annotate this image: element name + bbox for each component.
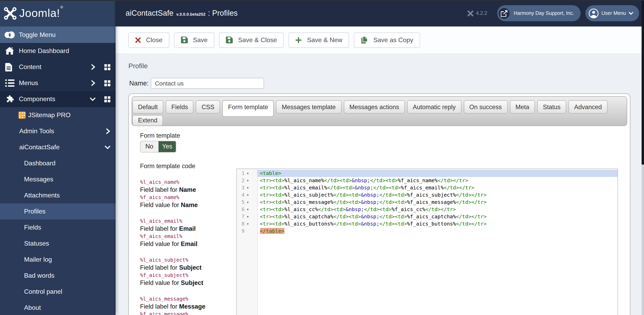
sidebar-item-label: Menus	[19, 80, 38, 87]
sidebar-item-toggle-menu[interactable]: Toggle Menu	[0, 26, 116, 43]
code-token: %f_aics_cc%	[392, 206, 425, 212]
page-scrollbar[interactable]	[642, 0, 644, 315]
code-line-9[interactable]: </table>	[258, 227, 617, 234]
gutter-line-2: 2▾	[236, 177, 257, 184]
copy-icon	[361, 36, 368, 44]
form-heading: Profile	[128, 62, 630, 70]
sidebar-item-label: About	[24, 304, 41, 312]
tab-status[interactable]: Status	[537, 100, 566, 114]
tab-automatic-reply[interactable]: Automatic reply	[407, 100, 462, 114]
tab-strip: DefaultFieldsCSSForm templateMessages te…	[132, 96, 627, 126]
sidebar-item-menus[interactable]: Menus	[0, 75, 116, 91]
tab-meta[interactable]: Meta	[510, 100, 535, 114]
code-line-8[interactable]: <tr><td>%l_aics_buttons%</td><td>&nbsp;<…	[258, 220, 617, 227]
sidebar-item-label: Messages	[24, 176, 53, 183]
code-line-4[interactable]: <tr><td>%l_aics_subject%</td><td>&nbsp;<…	[258, 191, 617, 198]
tab-messages-template[interactable]: Messages template	[276, 100, 342, 114]
tab-messages-actions[interactable]: Messages actions	[344, 100, 405, 114]
sidebar-item-content[interactable]: Content	[0, 59, 116, 75]
chevron-down-icon	[90, 97, 96, 102]
dashboard-grid-icon[interactable]	[104, 80, 110, 86]
code-token: <tr><td>	[260, 199, 284, 205]
components-icon	[5, 95, 19, 104]
code-token: </td><td>	[373, 184, 401, 190]
fold-arrow-icon[interactable]: ▾	[244, 206, 251, 213]
tab-form-template[interactable]: Form template	[222, 100, 274, 117]
tab-fields[interactable]: Fields	[166, 100, 194, 114]
code-token: %l_aics_captcha%	[284, 213, 333, 219]
sidebar-item-fields[interactable]: Fields	[0, 220, 116, 236]
tab-default[interactable]: Default	[132, 100, 163, 114]
fold-arrow-icon[interactable]: ▾	[244, 191, 251, 198]
code-line-5[interactable]: <tr><td>%l_aics_message%</td><td>&nbsp;<…	[258, 198, 617, 206]
tab-css[interactable]: CSS	[196, 100, 220, 114]
switch-option-no[interactable]: No	[140, 141, 158, 152]
sidebar-item-control-panel[interactable]: Control panel	[0, 284, 116, 300]
gutter-line-8: 8▾	[236, 220, 257, 227]
code-token: </td><td>	[380, 192, 407, 198]
name-label: Name:	[129, 80, 151, 87]
sidebar-item-components[interactable]: Components	[0, 91, 116, 107]
code-token: %f_aics_subject%	[407, 192, 456, 198]
sidebar-item-bad-words[interactable]: Bad words	[0, 268, 116, 284]
code-line-6[interactable]: <tr><td>%l_aics_cc%</td><td>&nbsp;</td><…	[258, 206, 617, 213]
save-button[interactable]: Save	[174, 32, 214, 48]
fold-arrow-icon[interactable]: ▾	[244, 184, 251, 191]
sidebar-item-mailer-log[interactable]: Mailer log	[0, 252, 116, 268]
code-token: </td><td>	[334, 213, 361, 219]
sidebar-item-messages[interactable]: Messages	[0, 171, 116, 188]
line-number: 6	[236, 206, 244, 212]
joomla-version-text: 4.2.2	[476, 10, 487, 16]
code-token: </td></tr>	[438, 177, 468, 183]
code-line-1[interactable]: <table>	[258, 170, 617, 177]
code-token: &nbsp;	[355, 184, 373, 190]
dashboard-grid-icon[interactable]	[104, 64, 110, 70]
code-line-7[interactable]: <tr><td>%l_aics_captcha%</td><td>&nbsp;<…	[258, 213, 617, 220]
gutter-line-9: 9	[236, 227, 257, 234]
editor-code-area[interactable]: <table><tr><td>%l_aics_name%</td><td>&nb…	[258, 169, 617, 315]
save-as-copy-button[interactable]: Save as Copy	[354, 32, 420, 48]
code-line-2[interactable]: <tr><td>%l_aics_name%</td><td>&nbsp;</td…	[258, 177, 617, 184]
fold-arrow-icon[interactable]: ▾	[244, 177, 251, 184]
fold-arrow-icon[interactable]: ▾	[244, 220, 251, 227]
toggle-menu-label: Toggle Menu	[19, 31, 56, 38]
user-menu-button[interactable]: User Menu	[586, 5, 639, 21]
sidebar-item-profiles[interactable]: Profiles	[0, 204, 116, 220]
sidebar-item-admin-tools[interactable]: Admin Tools	[0, 123, 116, 139]
tab-advanced[interactable]: Advanced	[568, 100, 608, 114]
tab-extend[interactable]: Extend	[132, 115, 163, 126]
code-token: <tr><td>	[260, 213, 284, 219]
code-line-3[interactable]: <tr><td>%l_aics_email%</td><td>&nbsp;</t…	[258, 184, 617, 191]
code-token: &nbsp;	[352, 177, 370, 183]
sidebar-item-home-dashboard[interactable]: Home Dashboard	[0, 43, 116, 59]
close-icon	[135, 37, 141, 43]
code-token: </td><td>	[327, 184, 355, 190]
sidebar-item-dashboard[interactable]: Dashboard	[0, 155, 116, 171]
preview-site-button[interactable]: Harmony Day Support, Inc.	[497, 5, 580, 21]
scrollbar-thumb[interactable]	[642, 0, 644, 164]
dashboard-grid-icon[interactable]	[104, 96, 110, 102]
code-token: &nbsp;	[361, 213, 380, 219]
gutter-line-1: 1▾	[236, 170, 257, 177]
profile-tabbox: DefaultFieldsCSSForm templateMessages te…	[128, 94, 630, 315]
sidebar-item-about[interactable]: About	[0, 300, 116, 315]
tab-on-success[interactable]: On success	[464, 100, 508, 114]
name-input[interactable]	[151, 78, 264, 89]
code-token: </td><td>	[380, 213, 407, 219]
external-link-icon	[499, 8, 510, 19]
form-template-switch[interactable]: No Yes	[140, 141, 176, 152]
code-editor[interactable]: 1▾2▾3▾4▾5▾6▾7▾8▾9 <table><tr><td>%l_aics…	[236, 168, 618, 315]
fold-arrow-icon[interactable]: ▾	[244, 213, 251, 220]
fold-arrow-icon[interactable]: ▾	[244, 170, 251, 177]
save-new-button[interactable]: Save & New	[289, 32, 349, 48]
save-close-button[interactable]: Save & Close	[219, 32, 284, 48]
sidebar-item-jsitemap-pro[interactable]: JSitemap PRO	[0, 107, 116, 123]
sidebar-item-label: Components	[19, 96, 55, 103]
switch-option-yes[interactable]: Yes	[158, 141, 176, 152]
fold-arrow-icon[interactable]: ▾	[244, 198, 251, 206]
sidebar-item-label: Mailer log	[24, 256, 52, 263]
sidebar-item-statuses[interactable]: Statuses	[0, 236, 116, 252]
sidebar-item-aicontactsafe[interactable]: aiContactSafe	[0, 139, 116, 155]
close-button[interactable]: Close	[128, 32, 169, 48]
sidebar-item-attachments[interactable]: Attachments	[0, 188, 116, 204]
